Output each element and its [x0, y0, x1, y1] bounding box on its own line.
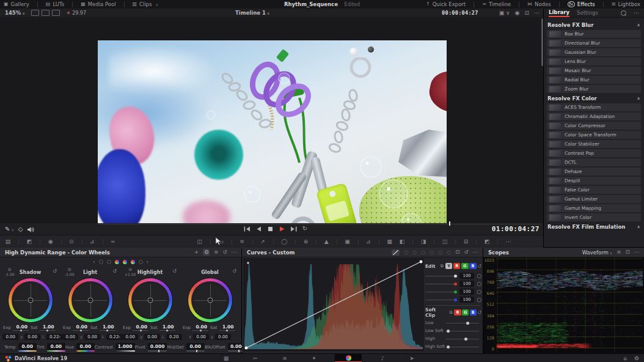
wheel-center-handle[interactable] — [147, 298, 153, 303]
fx-item-color-stabilizer[interactable]: Color Stabilizer — [547, 140, 641, 148]
timeline-wipe-icon[interactable]: ◨ — [417, 238, 430, 245]
button-quick-export[interactable]: ↑Quick Export — [422, 0, 469, 9]
stop-button[interactable] — [266, 226, 274, 232]
color-wheel[interactable] — [128, 278, 172, 322]
x-value[interactable]: 0.00 — [193, 334, 209, 340]
expand-icon[interactable]: ⊡ — [625, 249, 629, 255]
skip-end-button[interactable] — [290, 226, 297, 232]
button-media-pool[interactable]: ▦Media Pool — [77, 0, 119, 9]
reset-icon[interactable]: ↺ — [464, 249, 468, 255]
gang-viewers-icon[interactable]: ▣ ∨ — [499, 10, 510, 16]
color-wheel[interactable] — [9, 278, 53, 322]
wheel-page-dot[interactable] — [139, 260, 143, 264]
wheel-reset-icon[interactable]: ↺ — [112, 268, 117, 274]
control-value[interactable]: 0.000 — [148, 343, 167, 350]
wheel-center-handle[interactable] — [87, 298, 93, 303]
fx-item-invert-color[interactable]: Invert Color — [547, 213, 641, 221]
control-slider[interactable] — [115, 350, 135, 352]
sat-vs-lum-icon[interactable]: ◌ — [447, 250, 451, 255]
more-icon[interactable]: ⋯ — [634, 249, 640, 255]
exp-value[interactable]: 0.00 — [133, 324, 148, 331]
wheel-reset-icon[interactable]: ↺ — [53, 268, 57, 274]
more-icon[interactable]: ⋯ — [473, 249, 478, 255]
page-cut-button[interactable]: ✂ — [247, 354, 264, 362]
fx-item-false-color[interactable]: False Color — [547, 186, 641, 194]
split-viewer-icon[interactable] — [42, 10, 49, 16]
wheel-surface[interactable] — [191, 281, 229, 319]
reset-icon[interactable]: ↺ — [477, 310, 481, 316]
fx-item-radial-blur[interactable]: Radial Blur — [547, 76, 641, 84]
slider-handle[interactable] — [447, 345, 450, 349]
control-slider[interactable] — [47, 350, 65, 352]
key-icon[interactable]: ▣ — [341, 238, 354, 245]
tab-library[interactable]: Library — [549, 9, 569, 17]
slider-handle[interactable] — [454, 298, 457, 301]
fx-item-lens-blur[interactable]: Lens Blur — [547, 57, 641, 65]
softclip-slider[interactable] — [446, 339, 479, 339]
play-button[interactable] — [278, 226, 285, 232]
wheel-center-handle[interactable] — [207, 298, 213, 303]
project-manager-icon[interactable]: ⌂ — [623, 356, 627, 361]
more-icon[interactable]: ⋯ — [232, 249, 237, 255]
button-lightbox[interactable]: ⊞Lightbox — [608, 0, 644, 9]
stabilizer-icon[interactable]: ▦ — [383, 238, 396, 245]
control-slider[interactable] — [76, 350, 95, 352]
hue-vs-hue-icon[interactable]: ◌ — [404, 250, 408, 255]
color-wheels-icon[interactable]: ◉ — [45, 238, 57, 245]
fx-section-header-resolve-fx-film-emulation[interactable]: Resolve FX Film Emulation∧ — [547, 224, 640, 230]
reset-icon[interactable]: ○ — [477, 297, 481, 303]
tab-settings[interactable]: Settings — [577, 10, 598, 16]
channel-y-button[interactable]: Y — [445, 263, 453, 269]
wheel-center-handle[interactable] — [27, 298, 33, 303]
page-media-button[interactable]: ▦ — [218, 354, 235, 362]
wheel-reset-icon[interactable]: ↺ — [172, 268, 177, 274]
color-wheel[interactable] — [188, 278, 232, 322]
blur-icon[interactable]: ▲ — [321, 238, 332, 245]
difference-icon[interactable]: ⊟ — [460, 238, 472, 245]
expand-icon[interactable]: ⊡ — [455, 249, 459, 255]
cinema-viewer-icon[interactable] — [52, 10, 60, 16]
fx-item-box-blur[interactable]: Box Blur — [547, 30, 641, 38]
channel-r-button[interactable]: R — [453, 263, 461, 269]
channel-b-button[interactable]: B — [469, 263, 477, 269]
timeline-selector[interactable]: Timeline 1∨ — [235, 10, 270, 16]
channel-value[interactable]: 100 — [459, 297, 474, 303]
fx-item-aces-transform[interactable]: ACES Transform — [547, 103, 641, 111]
button-clips[interactable]: ▥Clips∨ — [129, 0, 162, 9]
rgb-mixer-icon[interactable]: ⊿ — [86, 238, 98, 245]
slider-handle[interactable] — [454, 275, 457, 278]
range-dial-icon[interactable]: ⊙+1.50 — [125, 267, 136, 276]
y-value[interactable]: 0.00 — [24, 334, 40, 340]
channel-r-button[interactable]: R — [454, 309, 461, 316]
range-dial-icon[interactable]: ⊙-1.00 — [65, 267, 75, 276]
x-value[interactable]: 0.00 — [122, 334, 138, 340]
softclip-slider[interactable] — [446, 331, 479, 331]
more-icon[interactable]: ⋯ — [534, 10, 540, 16]
step-back-button[interactable] — [255, 226, 262, 232]
control-value[interactable]: 0.00 — [76, 343, 95, 350]
channel-slider[interactable] — [425, 300, 457, 300]
softclip-slider[interactable] — [446, 347, 479, 347]
button-nodes[interactable]: ⋈Nodes — [524, 0, 555, 9]
page-color-button[interactable] — [335, 354, 362, 362]
add-zone-icon[interactable]: + — [194, 249, 199, 255]
sizing-icon[interactable]: ⊿ — [362, 238, 375, 245]
exp-value[interactable]: 0.00 — [73, 324, 89, 331]
channel-g-button[interactable]: G — [461, 263, 469, 269]
button-luts[interactable]: ▤LUTs — [42, 0, 68, 9]
scope-settings-icon[interactable]: ≋ — [617, 249, 621, 255]
link-channels-icon[interactable]: ⧉ — [441, 264, 444, 268]
more-icon[interactable]: ⋯ — [502, 238, 515, 245]
playhead-marker[interactable] — [449, 221, 450, 226]
auto-balance-icon[interactable]: ⊙ — [203, 249, 210, 256]
library-more-icon[interactable]: ⋯ — [634, 10, 639, 16]
channel-value[interactable]: 100 — [459, 273, 474, 279]
fx-item-dctl[interactable]: DCTL — [547, 158, 641, 166]
control-slider[interactable] — [18, 350, 37, 352]
camera-raw-icon[interactable]: ▤ — [2, 238, 15, 245]
hdr-grade-icon[interactable]: ⊙ — [65, 238, 78, 245]
fx-section-header-resolve-fx-color[interactable]: Resolve FX Color∧ — [547, 95, 640, 102]
slider-handle[interactable] — [464, 338, 467, 341]
wheel-surface[interactable] — [131, 281, 169, 319]
sat-value[interactable]: 1.00 — [159, 324, 175, 331]
